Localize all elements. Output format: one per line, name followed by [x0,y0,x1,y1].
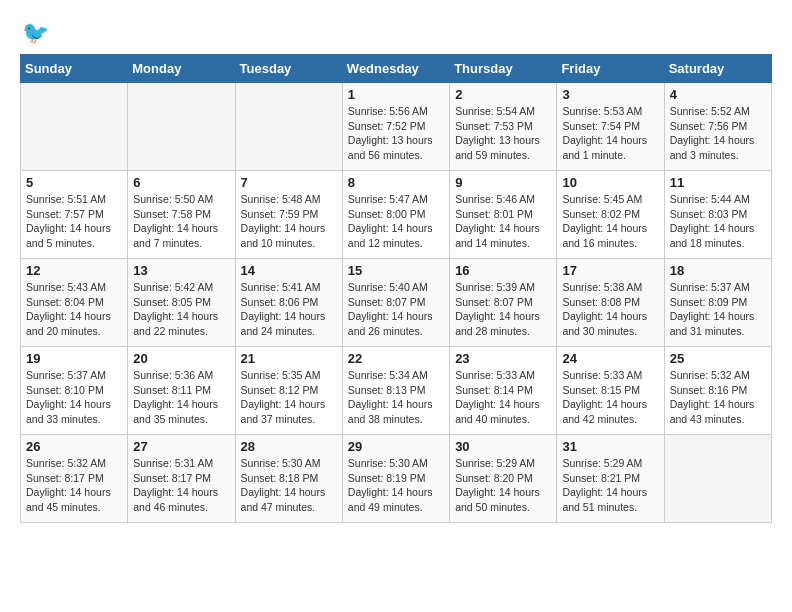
weekday-header-thursday: Thursday [450,55,557,83]
day-detail: Sunrise: 5:48 AM Sunset: 7:59 PM Dayligh… [241,192,337,251]
calendar-cell: 24Sunrise: 5:33 AM Sunset: 8:15 PM Dayli… [557,347,664,435]
calendar-cell: 4Sunrise: 5:52 AM Sunset: 7:56 PM Daylig… [664,83,771,171]
weekday-header-tuesday: Tuesday [235,55,342,83]
day-number: 2 [455,87,551,102]
day-number: 24 [562,351,658,366]
calendar-cell: 29Sunrise: 5:30 AM Sunset: 8:19 PM Dayli… [342,435,449,523]
day-detail: Sunrise: 5:40 AM Sunset: 8:07 PM Dayligh… [348,280,444,339]
weekday-header-monday: Monday [128,55,235,83]
weekday-header-saturday: Saturday [664,55,771,83]
calendar-cell: 30Sunrise: 5:29 AM Sunset: 8:20 PM Dayli… [450,435,557,523]
calendar-cell: 10Sunrise: 5:45 AM Sunset: 8:02 PM Dayli… [557,171,664,259]
logo: 🐦 [20,20,49,46]
day-detail: Sunrise: 5:31 AM Sunset: 8:17 PM Dayligh… [133,456,229,515]
day-detail: Sunrise: 5:29 AM Sunset: 8:20 PM Dayligh… [455,456,551,515]
day-number: 14 [241,263,337,278]
day-detail: Sunrise: 5:53 AM Sunset: 7:54 PM Dayligh… [562,104,658,163]
day-number: 16 [455,263,551,278]
day-detail: Sunrise: 5:46 AM Sunset: 8:01 PM Dayligh… [455,192,551,251]
day-number: 27 [133,439,229,454]
day-detail: Sunrise: 5:38 AM Sunset: 8:08 PM Dayligh… [562,280,658,339]
day-number: 21 [241,351,337,366]
calendar-cell: 7Sunrise: 5:48 AM Sunset: 7:59 PM Daylig… [235,171,342,259]
day-number: 12 [26,263,122,278]
day-number: 4 [670,87,766,102]
calendar-cell: 27Sunrise: 5:31 AM Sunset: 8:17 PM Dayli… [128,435,235,523]
day-detail: Sunrise: 5:32 AM Sunset: 8:17 PM Dayligh… [26,456,122,515]
day-number: 1 [348,87,444,102]
day-detail: Sunrise: 5:30 AM Sunset: 8:18 PM Dayligh… [241,456,337,515]
weekday-header-friday: Friday [557,55,664,83]
day-number: 6 [133,175,229,190]
calendar-week-2: 5Sunrise: 5:51 AM Sunset: 7:57 PM Daylig… [21,171,772,259]
day-number: 28 [241,439,337,454]
calendar-cell: 8Sunrise: 5:47 AM Sunset: 8:00 PM Daylig… [342,171,449,259]
day-number: 31 [562,439,658,454]
day-detail: Sunrise: 5:45 AM Sunset: 8:02 PM Dayligh… [562,192,658,251]
calendar-cell: 22Sunrise: 5:34 AM Sunset: 8:13 PM Dayli… [342,347,449,435]
calendar-cell: 6Sunrise: 5:50 AM Sunset: 7:58 PM Daylig… [128,171,235,259]
calendar-week-1: 1Sunrise: 5:56 AM Sunset: 7:52 PM Daylig… [21,83,772,171]
calendar-cell: 16Sunrise: 5:39 AM Sunset: 8:07 PM Dayli… [450,259,557,347]
day-detail: Sunrise: 5:44 AM Sunset: 8:03 PM Dayligh… [670,192,766,251]
page-header: 🐦 [20,20,772,46]
calendar-cell: 21Sunrise: 5:35 AM Sunset: 8:12 PM Dayli… [235,347,342,435]
calendar-cell: 3Sunrise: 5:53 AM Sunset: 7:54 PM Daylig… [557,83,664,171]
day-number: 18 [670,263,766,278]
calendar-cell: 19Sunrise: 5:37 AM Sunset: 8:10 PM Dayli… [21,347,128,435]
day-detail: Sunrise: 5:41 AM Sunset: 8:06 PM Dayligh… [241,280,337,339]
day-number: 26 [26,439,122,454]
day-detail: Sunrise: 5:42 AM Sunset: 8:05 PM Dayligh… [133,280,229,339]
day-number: 3 [562,87,658,102]
calendar-cell [128,83,235,171]
calendar-cell: 20Sunrise: 5:36 AM Sunset: 8:11 PM Dayli… [128,347,235,435]
day-number: 20 [133,351,229,366]
calendar-cell: 15Sunrise: 5:40 AM Sunset: 8:07 PM Dayli… [342,259,449,347]
calendar-week-4: 19Sunrise: 5:37 AM Sunset: 8:10 PM Dayli… [21,347,772,435]
day-number: 23 [455,351,551,366]
day-number: 7 [241,175,337,190]
day-detail: Sunrise: 5:37 AM Sunset: 8:10 PM Dayligh… [26,368,122,427]
calendar-cell [664,435,771,523]
day-number: 8 [348,175,444,190]
day-number: 29 [348,439,444,454]
day-detail: Sunrise: 5:54 AM Sunset: 7:53 PM Dayligh… [455,104,551,163]
calendar-week-5: 26Sunrise: 5:32 AM Sunset: 8:17 PM Dayli… [21,435,772,523]
day-detail: Sunrise: 5:33 AM Sunset: 8:14 PM Dayligh… [455,368,551,427]
day-number: 15 [348,263,444,278]
day-detail: Sunrise: 5:43 AM Sunset: 8:04 PM Dayligh… [26,280,122,339]
calendar-cell: 17Sunrise: 5:38 AM Sunset: 8:08 PM Dayli… [557,259,664,347]
day-detail: Sunrise: 5:51 AM Sunset: 7:57 PM Dayligh… [26,192,122,251]
calendar-week-3: 12Sunrise: 5:43 AM Sunset: 8:04 PM Dayli… [21,259,772,347]
calendar-cell [235,83,342,171]
day-number: 19 [26,351,122,366]
calendar-cell: 28Sunrise: 5:30 AM Sunset: 8:18 PM Dayli… [235,435,342,523]
day-number: 22 [348,351,444,366]
day-detail: Sunrise: 5:56 AM Sunset: 7:52 PM Dayligh… [348,104,444,163]
day-detail: Sunrise: 5:39 AM Sunset: 8:07 PM Dayligh… [455,280,551,339]
calendar-cell: 14Sunrise: 5:41 AM Sunset: 8:06 PM Dayli… [235,259,342,347]
day-detail: Sunrise: 5:47 AM Sunset: 8:00 PM Dayligh… [348,192,444,251]
weekday-header-wednesday: Wednesday [342,55,449,83]
day-number: 17 [562,263,658,278]
calendar-cell: 25Sunrise: 5:32 AM Sunset: 8:16 PM Dayli… [664,347,771,435]
day-number: 25 [670,351,766,366]
day-detail: Sunrise: 5:29 AM Sunset: 8:21 PM Dayligh… [562,456,658,515]
day-detail: Sunrise: 5:35 AM Sunset: 8:12 PM Dayligh… [241,368,337,427]
calendar-cell: 23Sunrise: 5:33 AM Sunset: 8:14 PM Dayli… [450,347,557,435]
day-number: 30 [455,439,551,454]
calendar-cell: 5Sunrise: 5:51 AM Sunset: 7:57 PM Daylig… [21,171,128,259]
day-detail: Sunrise: 5:34 AM Sunset: 8:13 PM Dayligh… [348,368,444,427]
day-number: 10 [562,175,658,190]
day-detail: Sunrise: 5:36 AM Sunset: 8:11 PM Dayligh… [133,368,229,427]
day-detail: Sunrise: 5:30 AM Sunset: 8:19 PM Dayligh… [348,456,444,515]
calendar-cell [21,83,128,171]
calendar-table: SundayMondayTuesdayWednesdayThursdayFrid… [20,54,772,523]
calendar-cell: 13Sunrise: 5:42 AM Sunset: 8:05 PM Dayli… [128,259,235,347]
day-detail: Sunrise: 5:50 AM Sunset: 7:58 PM Dayligh… [133,192,229,251]
calendar-cell: 31Sunrise: 5:29 AM Sunset: 8:21 PM Dayli… [557,435,664,523]
day-number: 9 [455,175,551,190]
day-detail: Sunrise: 5:32 AM Sunset: 8:16 PM Dayligh… [670,368,766,427]
day-detail: Sunrise: 5:37 AM Sunset: 8:09 PM Dayligh… [670,280,766,339]
logo-bird-icon: 🐦 [22,20,49,46]
